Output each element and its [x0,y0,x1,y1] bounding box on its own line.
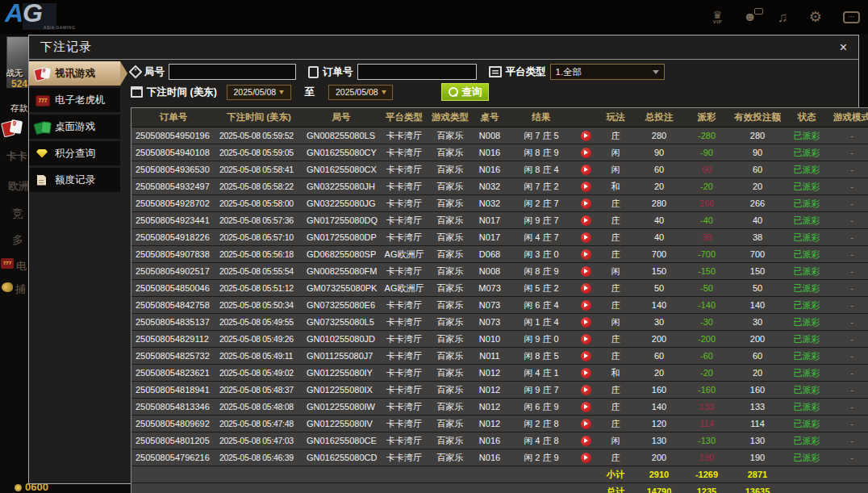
cell-hall: 卡卡湾厅 [380,382,428,399]
replay-play-button[interactable] [581,368,591,378]
lobby-tab-europe: 欧洲 [8,179,29,194]
replay-play-button[interactable] [581,165,591,175]
result-video-cell [575,331,596,348]
close-icon[interactable]: × [840,41,847,54]
cell-mode: - [828,449,868,466]
replay-play-button[interactable] [581,300,591,311]
cell-time: 2025-05-08 05:57:10 [215,229,303,246]
cell-bet: 160 [635,382,683,399]
date-to-picker[interactable]: 2025/05/08 [328,85,393,100]
replay-play-button[interactable] [581,283,591,294]
replay-play-button[interactable] [581,453,591,463]
play-icon [584,201,588,206]
result-video-cell [575,416,596,432]
cell-order: 250508054818941 [131,382,215,399]
round-input[interactable] [169,64,296,80]
replay-play-button[interactable] [581,131,591,141]
sidebar-item-points[interactable]: 积分查询 [29,141,120,165]
cell-result: 闲 9 庄 0 [507,331,575,348]
sidebar-item-video-games[interactable]: 9 视讯游戏 [29,61,120,86]
replay-play-button[interactable] [581,182,591,192]
sidebar-item-label: 额度记录 [55,173,95,187]
cell-round: GN008255080LS [303,127,380,144]
play-icon [584,286,588,290]
cell-status: 已派彩 [785,449,828,466]
cell-hall: 卡卡湾厅 [380,212,428,229]
replay-play-button[interactable] [581,402,591,412]
cell-table_no: N073 [472,297,507,314]
lobby-tab-jing: 竞 [12,207,23,221]
replay-play-button[interactable] [581,249,591,260]
support-chat-icon[interactable]: ☻ ⋯ [743,10,757,23]
table-row: 2505080549287022025-05-08 05:58:00GN0322… [131,195,868,212]
result-video-cell [575,229,596,246]
to-label: 至 [305,86,315,99]
result-video-cell [575,449,596,466]
sidebar-item-table-games[interactable]: 桌面游戏 [29,115,120,139]
cell-side: 庄 [596,229,635,246]
cell-game: 百家乐 [428,365,472,382]
cell-table_no: N017 [472,229,507,246]
cell-order: 250508054907838 [131,246,215,263]
search-icon [449,87,458,97]
replay-play-button[interactable] [581,266,591,277]
play-icon [584,438,588,443]
cell-round: GN073255080L5 [303,314,380,331]
vip-icon[interactable]: ♛ VIP [713,10,723,24]
replay-play-button[interactable] [581,148,591,158]
result-video-cell [575,212,596,229]
replay-play-button[interactable] [581,351,591,361]
order-input[interactable] [357,64,477,80]
cell-bet: 20 [635,365,683,382]
music-icon[interactable]: ♫ [778,10,788,24]
sidebar-item-label: 电子老虎机 [55,94,106,107]
replay-play-button[interactable] [581,232,591,243]
chevron-down-icon [279,90,284,94]
modal-body: 9 视讯游戏 777 电子老虎机 桌面游戏 积分查询 额度记录 [29,60,858,484]
cell-order: 250508054923441 [131,212,215,229]
replay-play-button[interactable] [581,436,591,446]
query-button[interactable]: 查询 [441,83,489,101]
cell-time: 2025-05-08 05:57:36 [215,212,303,229]
replay-play-button[interactable] [581,198,591,209]
sidebar-item-credit-records[interactable]: 额度记录 [29,168,120,192]
mini-bubble: ⋯ [754,8,763,15]
table-row: 2505080548500462025-05-08 05:51:12GM0732… [131,280,868,297]
platform-select[interactable]: 1.全部 [550,64,665,80]
play-icon [584,303,588,307]
cell-payout: 38 [683,229,730,246]
cell-valid: 38 [730,229,785,246]
sidebar-item-slots[interactable]: 777 电子老虎机 [29,88,120,112]
cell-time: 2025-05-08 05:46:39 [215,449,303,466]
play-icon [584,387,588,392]
replay-play-button[interactable] [581,385,591,395]
cell-mode: - [828,263,868,280]
replay-play-button[interactable] [581,317,591,328]
play-icon [584,320,588,324]
cell-bet: 700 [635,246,683,263]
cell-status: 已派彩 [785,432,828,449]
date-from-picker[interactable]: 2025/05/08 [227,85,291,100]
cell-side: 庄 [596,382,635,399]
replay-play-button[interactable] [581,215,591,226]
cell-result: 闲 2 庄 8 [507,416,575,432]
replay-play-button[interactable] [581,334,591,345]
cell-time: 2025-05-08 05:49:55 [215,314,303,331]
cell-result: 闲 8 庄 5 [507,348,575,365]
column-header: 平台类型 [380,108,428,127]
table-row: 2505080548236212025-05-08 05:49:02GN0122… [131,365,868,382]
bet-records-table-wrap: 订单号下注时间 (美东)局号平台类型游戏类型桌号结果玩法总投注派彩有效投注额状态… [131,107,868,493]
cell-result: 闲 7 庄 2 [507,178,575,195]
cell-order: 250508054835137 [131,314,215,331]
settings-gear-icon[interactable]: ⚙ [809,10,822,24]
cell-hall: 卡卡湾厅 [380,348,428,365]
cell-payout: -200 [683,331,730,348]
cell-table_no: N016 [472,161,507,178]
cell-mode: - [828,127,868,144]
chat-bubble-icon[interactable]: ··· [843,11,860,23]
cell-table_no: N008 [472,127,507,144]
replay-play-button[interactable] [581,419,591,429]
cell-game: 百家乐 [428,348,472,365]
cell-bet: 150 [635,263,683,280]
play-icon [584,404,588,409]
